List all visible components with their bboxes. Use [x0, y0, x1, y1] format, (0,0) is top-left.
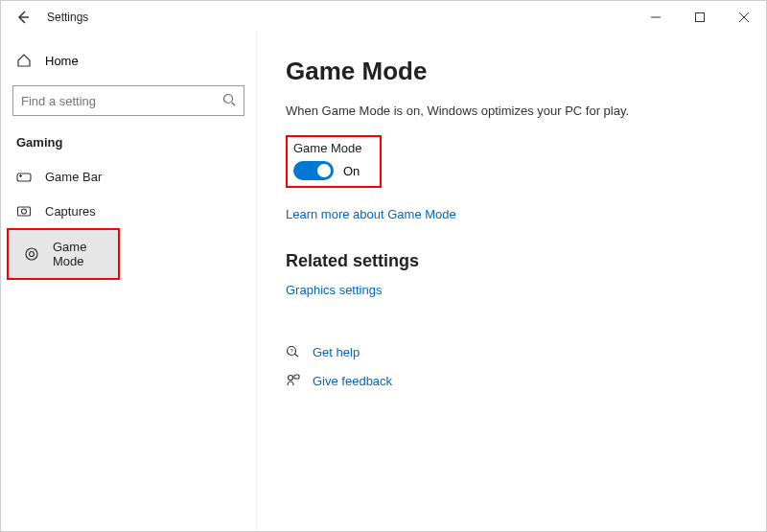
svg-rect-2 — [17, 173, 31, 181]
learn-more-link[interactable]: Learn more about Game Mode — [286, 207, 456, 221]
sidebar-item-captures[interactable]: Captures — [1, 194, 256, 228]
svg-rect-12 — [294, 375, 299, 379]
maximize-icon — [695, 12, 705, 22]
minimize-icon — [651, 12, 661, 22]
feedback-icon — [286, 373, 301, 388]
svg-rect-5 — [18, 207, 31, 216]
close-icon — [739, 12, 749, 22]
window-controls — [634, 2, 766, 33]
toggle-label: Game Mode — [293, 141, 362, 155]
minimize-button[interactable] — [634, 2, 678, 33]
page-description: When Game Mode is on, Windows optimizes … — [286, 104, 737, 118]
svg-point-1 — [224, 94, 233, 103]
highlight-annotation: Game Mode — [7, 228, 120, 280]
give-feedback-link[interactable]: Give feedback — [313, 374, 392, 388]
home-label: Home — [45, 54, 79, 68]
give-feedback-row: Give feedback — [286, 373, 737, 388]
titlebar: Settings — [1, 1, 766, 34]
sidebar: Home Gaming Game Bar Captures — [1, 34, 257, 531]
game-bar-icon — [16, 169, 32, 184]
home-icon — [16, 53, 32, 68]
help-icon: ? — [286, 344, 301, 359]
svg-rect-0 — [696, 13, 705, 22]
arrow-left-icon — [15, 10, 31, 25]
category-header: Gaming — [1, 131, 256, 159]
get-help-row: ? Get help — [286, 344, 737, 359]
search-icon — [222, 93, 236, 109]
search-box[interactable] — [12, 85, 244, 116]
window-title: Settings — [47, 11, 88, 24]
related-settings-title: Related settings — [286, 251, 737, 271]
search-input[interactable] — [21, 94, 222, 108]
highlight-annotation: Game Mode On — [286, 135, 382, 188]
body-area: Home Gaming Game Bar Captures — [1, 34, 766, 531]
svg-point-6 — [22, 209, 27, 214]
sidebar-item-label: Game Bar — [45, 170, 102, 184]
maximize-button[interactable] — [678, 2, 722, 33]
graphics-settings-link[interactable]: Graphics settings — [286, 283, 382, 297]
back-button[interactable] — [9, 3, 37, 32]
close-button[interactable] — [722, 2, 766, 33]
sidebar-item-game-bar[interactable]: Game Bar — [1, 159, 256, 194]
sidebar-item-label: Captures — [45, 204, 96, 219]
svg-point-8 — [30, 252, 35, 257]
captures-icon — [16, 203, 32, 219]
get-help-link[interactable]: Get help — [313, 345, 360, 359]
toggle-state: On — [343, 164, 360, 178]
toggle-row: On — [293, 161, 362, 180]
home-nav[interactable]: Home — [1, 45, 256, 76]
content-pane: Game Mode When Game Mode is on, Windows … — [257, 34, 766, 531]
sidebar-item-game-mode[interactable]: Game Mode — [9, 230, 118, 278]
svg-point-11 — [289, 376, 293, 381]
game-mode-toggle[interactable] — [293, 161, 334, 180]
svg-text:?: ? — [291, 348, 294, 354]
page-title: Game Mode — [286, 57, 737, 86]
svg-point-7 — [26, 248, 37, 260]
toggle-knob — [317, 164, 331, 177]
sidebar-item-label: Game Mode — [53, 240, 103, 268]
game-mode-icon — [24, 246, 39, 262]
svg-rect-4 — [20, 174, 21, 177]
